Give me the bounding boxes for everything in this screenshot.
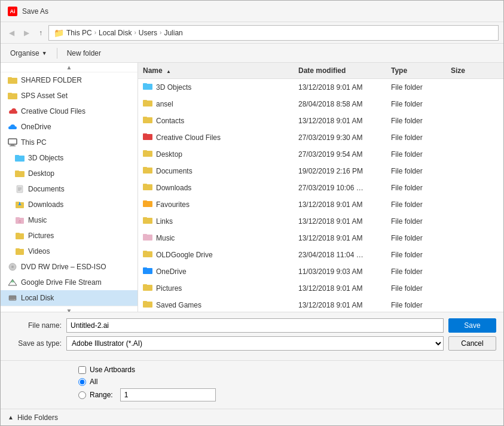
sidebar-item-label: Google Drive File Stream bbox=[21, 278, 133, 287]
table-row[interactable]: Downloads 27/03/2019 10:06 … File folder bbox=[138, 179, 503, 196]
organise-dropdown-icon: ▼ bbox=[42, 50, 47, 56]
forward-button[interactable]: ▶ bbox=[20, 26, 33, 39]
svg-rect-54 bbox=[143, 251, 147, 252]
main-content: ▲ SHARED FOLDER SPS As bbox=[1, 63, 503, 312]
back-button[interactable]: ◀ bbox=[5, 26, 18, 39]
svg-rect-55 bbox=[143, 268, 152, 274]
file-icon bbox=[143, 182, 152, 193]
hide-folders-icon: ▲ bbox=[8, 414, 14, 421]
col-header-type[interactable]: Type bbox=[386, 65, 446, 76]
table-row[interactable]: Links 13/12/2018 9:01 AM File folder bbox=[138, 213, 503, 230]
use-artboards-checkbox[interactable] bbox=[78, 366, 86, 374]
range-radio-label: Range: bbox=[90, 391, 113, 399]
file-list-header: Name ▲ Date modified Type Size bbox=[138, 63, 503, 79]
file-size bbox=[446, 170, 494, 172]
sidebar-item-this-pc[interactable]: This PC bbox=[1, 135, 138, 150]
file-icon bbox=[143, 216, 152, 226]
table-row[interactable]: 3D Objects 13/12/2018 9:01 AM File folde… bbox=[138, 79, 503, 96]
table-row[interactable]: OLDGoogle Drive 23/04/2018 11:04 … File … bbox=[138, 247, 503, 263]
col-header-name[interactable]: Name ▲ bbox=[138, 65, 294, 76]
sidebar-item-dvd-drive[interactable]: DVD RW Drive – ESD-ISO bbox=[1, 259, 138, 275]
file-list-area: Name ▲ Date modified Type Size bbox=[138, 63, 503, 312]
local-disk-icon bbox=[8, 293, 17, 303]
file-size bbox=[446, 120, 494, 122]
sidebar-item-documents[interactable]: Documents bbox=[1, 181, 138, 197]
file-name: OneDrive bbox=[156, 267, 187, 276]
table-row[interactable]: Pictures 13/12/2018 9:01 AM File folder bbox=[138, 280, 503, 297]
breadcrumb-item-julian[interactable]: Julian bbox=[164, 29, 182, 37]
svg-rect-36 bbox=[143, 100, 147, 101]
file-date: 27/03/2019 9:54 AM bbox=[294, 149, 386, 160]
file-date: 23/04/2018 11:04 … bbox=[294, 249, 386, 260]
file-size bbox=[446, 237, 494, 239]
breadcrumb-item-users[interactable]: Users bbox=[139, 29, 157, 37]
file-type: File folder bbox=[386, 149, 446, 160]
table-row[interactable]: Desktop 27/03/2019 9:54 AM File folder bbox=[138, 146, 503, 163]
organise-button[interactable]: Organise ▼ bbox=[5, 47, 52, 59]
col-header-size[interactable]: Size bbox=[446, 65, 494, 76]
cancel-button[interactable]: Cancel bbox=[448, 336, 496, 351]
table-row[interactable]: Saved Games 13/12/2018 9:01 AM File fold… bbox=[138, 297, 503, 312]
file-name: Saved Games bbox=[156, 301, 201, 309]
up-button[interactable]: ↑ bbox=[35, 26, 46, 39]
file-date: 13/12/2018 9:01 AM bbox=[294, 82, 386, 93]
sidebar-item-desktop[interactable]: Desktop bbox=[1, 166, 138, 181]
sidebar-item-sps-asset-set[interactable]: SPS Asset Set bbox=[1, 88, 138, 104]
sidebar-item-creative-cloud[interactable]: Creative Cloud Files bbox=[1, 104, 138, 119]
file-icon bbox=[143, 249, 152, 260]
range-radio[interactable] bbox=[78, 391, 86, 399]
new-folder-button[interactable]: New folder bbox=[62, 47, 106, 59]
toolbar-separator bbox=[57, 48, 57, 59]
breadcrumb-item-thispc[interactable]: This PC bbox=[66, 29, 92, 37]
sidebar-item-pictures[interactable]: Pictures bbox=[1, 228, 138, 244]
file-size bbox=[446, 254, 494, 256]
sidebar-scroll-down[interactable]: ▼ bbox=[1, 306, 138, 312]
sidebar-item-onedrive[interactable]: OneDrive bbox=[1, 119, 138, 135]
table-row[interactable]: Contacts 13/12/2018 9:01 AM File folder bbox=[138, 112, 503, 129]
sort-icon: ▲ bbox=[166, 69, 171, 74]
table-row[interactable]: Creative Cloud Files 27/03/2019 9:30 AM … bbox=[138, 129, 503, 146]
file-type: File folder bbox=[386, 266, 446, 277]
file-date: 19/02/2019 2:16 PM bbox=[294, 166, 386, 177]
breadcrumb-item-localdisk[interactable]: Local Disk bbox=[99, 29, 132, 37]
file-type: File folder bbox=[386, 199, 446, 210]
table-row[interactable]: ansel 28/04/2018 8:58 AM File folder bbox=[138, 96, 503, 112]
filename-input[interactable] bbox=[66, 318, 444, 333]
sidebar-item-label: Documents bbox=[28, 185, 133, 193]
file-size bbox=[446, 287, 494, 290]
sidebar-item-google-drive[interactable]: Google Drive File Stream bbox=[1, 275, 138, 290]
dvd-drive-icon bbox=[8, 262, 17, 272]
table-row[interactable]: Music 13/12/2018 9:01 AM File folder bbox=[138, 230, 503, 247]
table-row[interactable]: Documents 19/02/2019 2:16 PM File folder bbox=[138, 163, 503, 179]
svg-rect-60 bbox=[143, 301, 147, 302]
svg-rect-3 bbox=[8, 93, 12, 94]
table-row[interactable]: Favourites 13/12/2018 9:01 AM File folde… bbox=[138, 196, 503, 213]
file-icon bbox=[143, 82, 152, 92]
col-header-date[interactable]: Date modified bbox=[294, 65, 386, 76]
sidebar-item-label: This PC bbox=[21, 138, 133, 147]
hide-folders-button[interactable]: Hide Folders bbox=[17, 413, 58, 422]
sidebar-scroll-up[interactable]: ▲ bbox=[1, 63, 138, 72]
save-type-select[interactable]: Adobe Illustrator (*.AI) bbox=[66, 336, 444, 351]
range-input[interactable] bbox=[120, 388, 216, 401]
music-icon: ♫ bbox=[15, 215, 25, 225]
sidebar-item-music[interactable]: ♫ Music bbox=[1, 212, 138, 228]
sidebar-item-videos[interactable]: Videos bbox=[1, 244, 138, 259]
svg-rect-44 bbox=[143, 167, 147, 168]
save-button[interactable]: Save bbox=[448, 318, 496, 333]
file-date: 13/12/2018 9:01 AM bbox=[294, 115, 386, 126]
sidebar-item-downloads[interactable]: Downloads bbox=[1, 197, 138, 212]
svg-rect-4 bbox=[8, 139, 17, 144]
sidebar-item-label: Local Disk bbox=[21, 294, 133, 302]
sidebar-item-shared-folder[interactable]: SHARED FOLDER bbox=[1, 72, 138, 88]
table-row[interactable]: OneDrive 11/03/2019 9:03 AM File folder bbox=[138, 263, 503, 280]
file-name: Music bbox=[156, 234, 175, 242]
all-radio[interactable] bbox=[78, 378, 86, 386]
file-date: 11/03/2019 9:03 AM bbox=[294, 266, 386, 277]
svg-rect-50 bbox=[143, 217, 147, 218]
sidebar-item-local-disk[interactable]: Local Disk bbox=[1, 290, 138, 306]
svg-rect-18 bbox=[19, 202, 20, 204]
sidebar-item-3d-objects[interactable]: 3D Objects bbox=[1, 150, 138, 166]
file-type: File folder bbox=[386, 99, 446, 109]
sidebar-item-label: Creative Cloud Files bbox=[21, 107, 133, 115]
